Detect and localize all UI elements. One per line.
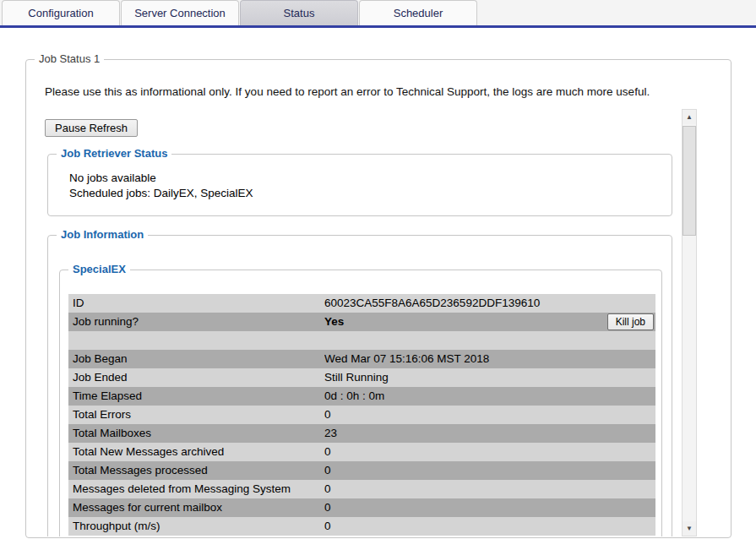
no-jobs-text: No jobs available: [69, 171, 672, 186]
row-value: 0d : 0h : 0m: [324, 387, 655, 406]
scroll-up-button[interactable]: ▲: [683, 110, 696, 124]
scroll-down-button[interactable]: ▼: [683, 521, 696, 536]
table-row-total-mailboxes: Total Mailboxes 23: [68, 424, 655, 443]
row-value: [324, 331, 655, 350]
tab-bar: Configuration Server Connection Status S…: [0, 0, 756, 28]
kill-job-button[interactable]: Kill job: [607, 313, 654, 330]
row-label: Total Errors: [68, 406, 324, 424]
row-value: Yes: [324, 313, 655, 331]
scrollbar-track[interactable]: [683, 124, 696, 521]
arrow-down-icon: ▼: [686, 525, 693, 532]
row-value: 0: [324, 406, 655, 424]
table-row-throughput: Throughput (m/s) 0: [68, 517, 655, 536]
job-retriever-status-groupbox: Job Retriever Status No jobs available S…: [47, 154, 672, 216]
scheduled-jobs-text: Scheduled jobs: DailyEX, SpecialEX: [69, 186, 672, 201]
pause-refresh-button[interactable]: Pause Refresh: [45, 119, 138, 137]
specialex-legend: SpecialEX: [68, 263, 130, 276]
row-label: Throughput (m/s): [68, 517, 324, 536]
tab-configuration[interactable]: Configuration: [2, 0, 120, 25]
row-label: Messages deleted from Messaging System: [68, 480, 324, 498]
job-information-legend: Job Information: [57, 228, 148, 242]
row-label: Total New Messages archived: [68, 443, 324, 461]
row-value: 60023CA55F8A6A65D236592DDF139610: [324, 294, 655, 313]
table-row-job-running: Job running? Yes Kill job: [68, 313, 655, 331]
row-label: Messages for current mailbox: [68, 498, 324, 517]
row-value: Still Running: [324, 368, 655, 387]
job-status-table: ID 60023CA55F8A6A65D236592DDF139610 Job …: [68, 294, 655, 536]
vertical-scrollbar[interactable]: ▲ ▼: [682, 109, 697, 536]
scrollbar-thumb[interactable]: [683, 126, 696, 236]
table-row-total-errors: Total Errors 0: [68, 406, 655, 424]
tab-status[interactable]: Status: [240, 0, 358, 25]
row-label: Job Ended: [68, 368, 324, 387]
table-row-messages-processed: Total Messages processed 0: [68, 461, 655, 480]
table-row-new-messages-archived: Total New Messages archived 0: [68, 443, 655, 461]
job-information-groupbox: Job Information SpecialEX ID 60023CA55F8…: [47, 235, 672, 536]
row-value: 0: [324, 517, 655, 536]
tab-scheduler[interactable]: Scheduler: [359, 0, 477, 25]
row-label: Time Elapsed: [68, 387, 324, 406]
status-scroll-region: Pause Refresh Job Retriever Status No jo…: [27, 109, 730, 536]
job-status-groupbox: Job Status 1 Please use this as informat…: [25, 59, 732, 538]
tab-server-connection[interactable]: Server Connection: [121, 0, 239, 25]
row-label: [68, 331, 324, 350]
row-value: 23: [324, 424, 655, 443]
row-label: Job Began: [68, 350, 324, 368]
table-row-job-ended: Job Ended Still Running: [68, 368, 655, 387]
job-retriever-status-legend: Job Retriever Status: [57, 147, 171, 161]
row-value: 0: [324, 443, 655, 461]
arrow-up-icon: ▲: [686, 113, 693, 121]
row-value: 0: [324, 498, 655, 517]
table-row-time-elapsed: Time Elapsed 0d : 0h : 0m: [68, 387, 655, 406]
row-label: Total Messages processed: [68, 461, 324, 480]
specialex-groupbox: SpecialEX ID 60023CA55F8A6A65D236592DDF1…: [59, 270, 662, 536]
table-row-job-began: Job Began Wed Mar 07 15:16:06 MST 2018: [68, 350, 655, 368]
informational-text: Please use this as informational only. I…: [45, 85, 650, 98]
row-label: Total Mailboxes: [68, 424, 324, 443]
row-value: 0: [324, 461, 655, 480]
row-value: 0: [324, 480, 655, 498]
row-value: Wed Mar 07 15:16:06 MST 2018: [324, 350, 655, 368]
row-label: Job running?: [68, 313, 324, 331]
table-row-spacer: [68, 331, 655, 350]
row-label: ID: [68, 294, 324, 313]
table-row-messages-current-mailbox: Messages for current mailbox 0: [68, 498, 655, 517]
table-row-messages-deleted: Messages deleted from Messaging System 0: [68, 480, 655, 498]
job-status-legend: Job Status 1: [35, 52, 104, 66]
table-row-id: ID 60023CA55F8A6A65D236592DDF139610: [68, 294, 655, 313]
